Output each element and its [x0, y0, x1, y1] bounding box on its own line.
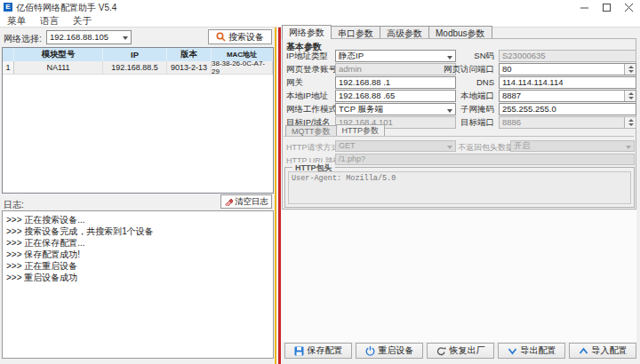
chevron-down-icon [447, 109, 452, 113]
target-port-spinner: 8886 [499, 116, 636, 129]
http-url-value: /1.php? [339, 154, 365, 163]
web-account-field: admin [335, 63, 456, 75]
target-port-value: 8886 [502, 117, 521, 127]
no-header-label: 不返回包头数据 [458, 142, 514, 154]
dns-field[interactable]: 114.114.114.114 [499, 76, 636, 89]
chevron-down-icon [123, 36, 128, 40]
maximize-icon [603, 4, 611, 12]
save-icon [294, 346, 304, 356]
device-panel: 网络选择: 192.168.88.105 搜索设备 模块型号 IP 版本 MAC… [0, 28, 274, 364]
factory-reset-label: 恢复出厂 [450, 344, 485, 357]
http-method-row: HTTP请求方式 GET 不返回包头数据 开启 [282, 140, 636, 153]
log-line: >>> 正在重启设备 [6, 260, 269, 272]
header-model: 模块型号 [14, 48, 103, 61]
chevron-up-icon [579, 347, 588, 355]
chevron-down-icon [447, 146, 452, 149]
local-port-spinner[interactable]: 8887 [499, 90, 636, 102]
tab-network-params[interactable]: 网络参数 [282, 25, 332, 39]
target-port-label: 目标端口 [460, 117, 494, 129]
tab-modbus-params[interactable]: Modbus参数 [428, 26, 492, 39]
factory-reset-button[interactable]: 恢复出厂 [427, 343, 494, 359]
menu-item-menu[interactable]: 菜单 [0, 14, 33, 28]
http-method-select: GET [335, 140, 456, 152]
minimize-icon [580, 4, 588, 12]
close-button[interactable] [618, 0, 640, 14]
search-device-button[interactable]: 搜索设备 [208, 29, 272, 44]
work-mode-value: TCP 服务端 [339, 104, 383, 114]
clear-log-button[interactable]: 清空日志 [220, 194, 272, 209]
http-url-row: HTTP URL路径 /1.php? [282, 154, 636, 166]
local-ip-value: 192.168.88 .65 [339, 91, 395, 100]
log-line: >>> 搜索设备完成，共搜索到1个设备 [6, 226, 269, 237]
network-select-value: 192.168.88.105 [50, 32, 108, 42]
restart-device-button[interactable]: 重启设备 [356, 343, 423, 359]
row-ip: 192.168.88.5 [103, 61, 167, 74]
header-index [3, 48, 14, 61]
subnet-mask-value: 255.255.255.0 [502, 104, 556, 114]
http-headers-textarea: User-Agent: Mozilla/5.0 [288, 171, 631, 204]
splitter-yellow-line [275, 28, 276, 364]
local-ip-label: 本地IP地址 [286, 91, 328, 102]
save-config-button[interactable]: 保存配置 [284, 343, 352, 359]
table-row[interactable]: 1 NA111 192.168.88.5 9013-2-13 38-38-26-… [3, 61, 273, 75]
dns-label: DNS [476, 77, 494, 87]
spinner-icon [624, 117, 636, 128]
web-account-value: admin [339, 64, 362, 74]
form-row: 网页登录账号 admin 网页访问端口 80 [282, 63, 636, 75]
local-ip-field[interactable]: 192.168.88 .65 [335, 90, 456, 102]
splitter-red-line [278, 28, 281, 364]
row-mac: 38-38-26-0C-A7-29 [212, 61, 273, 74]
network-select-label: 网络选择: [4, 33, 42, 45]
save-config-label: 保存配置 [308, 344, 343, 357]
tab-advanced-params[interactable]: 高级参数 [380, 26, 429, 39]
log-line: >>> 正在保存配置... [6, 237, 269, 249]
protocol-subtabs: MQTT参数 HTTP参数 [285, 124, 385, 136]
search-device-label: 搜索设备 [228, 31, 264, 44]
export-config-label: 导出配置 [521, 344, 556, 357]
chevron-down-icon [447, 56, 452, 59]
form-row: IP地址类型 静态IP SN码 S23000635 [282, 50, 636, 62]
eraser-icon [224, 197, 233, 206]
log-line: >>> 重启设备成功 [6, 272, 269, 283]
chevron-down-icon [626, 146, 631, 149]
maximize-button[interactable] [596, 0, 618, 14]
header-ip: IP [103, 48, 167, 61]
log-label: 日志: [4, 199, 24, 211]
ip-type-select[interactable]: 静态IP [335, 50, 456, 62]
web-port-spinner[interactable]: 80 [499, 63, 636, 75]
panel-splitter[interactable] [274, 28, 282, 364]
import-config-label: 导入配置 [592, 344, 628, 357]
power-icon [365, 346, 375, 356]
subnet-mask-field[interactable]: 255.255.255.0 [499, 103, 636, 115]
no-header-value: 开启 [514, 141, 530, 150]
form-row: 本地IP地址 192.168.88 .65 本地端口 8887 [282, 90, 636, 102]
restart-device-label: 重启设备 [379, 344, 414, 357]
config-panel: 网络参数 串口参数 高级参数 Modbus参数 基本参数 IP地址类型 静态IP… [282, 22, 640, 364]
export-config-button[interactable]: 导出配置 [498, 343, 565, 359]
network-select-dropdown[interactable]: 192.168.88.105 [46, 30, 132, 44]
ip-type-value: 静态IP [339, 51, 364, 60]
work-mode-label: 网络工作模式 [286, 104, 337, 115]
title-bar: E 亿佰特网络配置助手 V5.4 [0, 0, 640, 14]
menu-item-about[interactable]: 关于 [66, 14, 99, 28]
window-title: 亿佰特网络配置助手 V5.4 [16, 2, 116, 14]
http-url-field: /1.php? [335, 154, 635, 165]
http-method-value: GET [339, 141, 356, 150]
menu-item-language[interactable]: 语言 [33, 14, 66, 28]
subtab-http-params[interactable]: HTTP参数 [336, 124, 386, 136]
log-output[interactable]: >>> 正在搜索设备... >>> 搜索设备完成，共搜索到1个设备 >>> 正在… [2, 210, 274, 359]
http-method-label: HTTP请求方式 [286, 142, 340, 154]
spinner-icon[interactable] [624, 91, 636, 101]
minimize-button[interactable] [573, 0, 596, 14]
gateway-field[interactable]: 192.168.88 .1 [335, 76, 456, 89]
subtab-mqtt-params[interactable]: MQTT参数 [285, 125, 337, 136]
sn-field: S23000635 [499, 50, 636, 62]
dns-value: 114.114.114.114 [502, 77, 564, 87]
spinner-icon[interactable] [624, 64, 636, 75]
import-config-button[interactable]: 导入配置 [569, 343, 636, 359]
header-mac: MAC地址 [212, 48, 273, 61]
work-mode-select[interactable]: TCP 服务端 [335, 103, 456, 115]
log-line: >>> 正在搜索设备... [6, 214, 269, 226]
search-icon [216, 32, 226, 42]
tab-serial-params[interactable]: 串口参数 [331, 26, 380, 39]
